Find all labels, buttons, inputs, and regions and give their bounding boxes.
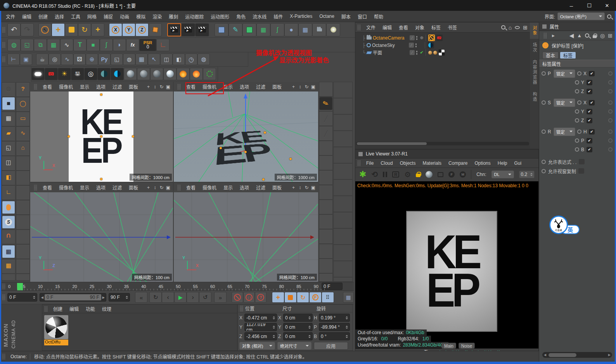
search-icon[interactable]: [585, 33, 589, 38]
axis-workplane-button[interactable]: ∟: [156, 39, 170, 51]
eye-icon[interactable]: [515, 26, 520, 29]
home-icon[interactable]: ⌂: [509, 24, 512, 31]
py-checkbox[interactable]: ✔: [587, 80, 592, 85]
points-mode-icon[interactable]: ◱: [2, 144, 15, 151]
view-move-icon[interactable]: +: [290, 84, 297, 90]
r-mode-select[interactable]: 锁定: [554, 128, 575, 136]
viewport-menu-item[interactable]: 选项: [93, 184, 109, 191]
om-menu-item[interactable]: 文件: [363, 24, 379, 31]
menu-item[interactable]: 窗口: [354, 13, 370, 20]
effector-button[interactable]: ↖: [148, 53, 160, 65]
globe-icon[interactable]: ◍: [2, 85, 15, 92]
workplane-rotate-icon[interactable]: ▦: [2, 262, 15, 269]
octane-sky-tag[interactable]: [427, 42, 434, 48]
menu-item[interactable]: 捕捉: [100, 13, 116, 20]
viewport-menu-item[interactable]: 查看: [183, 184, 199, 191]
add-array-button[interactable]: ▦: [256, 23, 270, 36]
tab-takes[interactable]: 场次: [530, 40, 539, 56]
rotate-tool[interactable]: ↻: [78, 23, 91, 36]
dotted-sphere-button[interactable]: ◍: [197, 53, 210, 65]
view-move-icon[interactable]: +: [145, 84, 152, 90]
subdivide-button[interactable]: ◍: [7, 39, 21, 51]
ies-light-button[interactable]: IES: [71, 68, 84, 80]
menu-item[interactable]: 运动图形: [207, 13, 233, 20]
axis-mode-icon[interactable]: ∟: [2, 188, 15, 195]
viewport-perspective[interactable]: 查看摄像机显示选项过滤面板 + ↕ ↻ ▣ 透视视图 KEEP: [174, 82, 318, 182]
rb-checkbox[interactable]: ✔: [587, 147, 592, 152]
menu-item[interactable]: 角色: [233, 13, 249, 20]
close-button[interactable]: ✕: [598, 3, 616, 9]
lock-workplane-button[interactable]: ▦: [2, 245, 15, 258]
object-name[interactable]: OctaneCamera: [373, 35, 408, 41]
render-view-button[interactable]: [167, 23, 181, 36]
viewport-menu-item[interactable]: 显示: [76, 83, 93, 90]
px-checkbox[interactable]: ✔: [589, 71, 595, 76]
region-render-button[interactable]: R: [392, 171, 399, 178]
view-maximize-icon[interactable]: ▣: [165, 185, 171, 190]
octane-logo-icon[interactable]: ✱: [359, 169, 366, 179]
knife-tool-button[interactable]: ✎: [319, 97, 332, 110]
cluster-button[interactable]: ◍: [123, 53, 135, 65]
allow-viewport-copy-checkbox[interactable]: [578, 168, 584, 174]
sz-checkbox[interactable]: ✔: [587, 118, 592, 123]
menu-item[interactable]: 工具: [67, 13, 84, 20]
texture-tag[interactable]: [438, 49, 445, 56]
viewport-menu-item[interactable]: 查看: [39, 83, 55, 90]
picture-frame-icon[interactable]: [438, 172, 443, 177]
sweep-button[interactable]: ■: [87, 39, 100, 51]
specular-material-button[interactable]: [150, 68, 163, 80]
menu-item[interactable]: Octane: [316, 14, 338, 19]
lv-menu-item[interactable]: Help: [494, 160, 511, 166]
render-queue-button[interactable]: ▦: [343, 292, 354, 303]
lasso-selection-icon[interactable]: ∿: [16, 129, 29, 136]
material-thumbnail[interactable]: [44, 315, 68, 339]
swirl-deform-button[interactable]: ʃ: [100, 39, 113, 51]
om-menu-item[interactable]: 查看: [395, 24, 412, 31]
autokey-button[interactable]: ( ): [243, 292, 255, 303]
end-frame-field[interactable]: 90 F: [109, 293, 130, 302]
last-tool[interactable]: +: [91, 23, 104, 36]
material-menu-item[interactable]: 纹理: [99, 305, 115, 312]
lv-menu-item[interactable]: Gui: [510, 160, 525, 166]
object-name[interactable]: OctaneSky: [372, 43, 408, 48]
focus-picker-icon[interactable]: F: [448, 171, 455, 178]
undo-button[interactable]: ↶: [7, 23, 21, 36]
protection-tag[interactable]: [428, 35, 435, 41]
rotation-field[interactable]: 0 °: [319, 332, 350, 340]
octane-environment-button[interactable]: [97, 68, 111, 80]
tab-basic[interactable]: 基本: [542, 52, 559, 59]
view-pan-icon[interactable]: ↕: [297, 185, 303, 190]
track-icon[interactable]: ◎: [600, 33, 605, 39]
viewport-right-view[interactable]: 查看摄像机显示选项过滤面板 + ↕ ↻ ▣ 右视图: [30, 183, 173, 282]
viewport-camera[interactable]: 查看摄像机显示选项过滤面板 + ↕ ↻ ▣ 透视视图 KEEP YX 网格间距：…: [30, 82, 173, 182]
play-button[interactable]: ▶: [174, 292, 187, 303]
enable-toggle[interactable]: ∕: [410, 50, 415, 55]
view-rotate-icon[interactable]: ↻: [158, 84, 165, 90]
instance-button[interactable]: ◱: [21, 39, 34, 51]
polygons-mode-icon[interactable]: ◧: [2, 174, 15, 181]
python-button[interactable]: Py: [98, 53, 111, 65]
key-rotation-button[interactable]: ↻: [297, 292, 309, 303]
connector-button[interactable]: ◧: [173, 53, 185, 65]
size-field[interactable]: 0 cm: [283, 332, 313, 340]
view-rotate-icon[interactable]: ↻: [158, 185, 165, 190]
toolbar-grip[interactable]: [2, 42, 5, 48]
viewport-menu-item[interactable]: 选项: [236, 83, 253, 90]
viewport-menu-item[interactable]: 过滤: [109, 83, 125, 90]
scatter-button[interactable]: [203, 68, 216, 80]
lv-menu-item[interactable]: Materials: [419, 160, 445, 166]
viewport-menu-item[interactable]: 查看: [39, 184, 55, 191]
sun-light-button[interactable]: ☀: [58, 68, 71, 80]
viewport-menu-item[interactable]: 显示: [76, 184, 93, 191]
material-name-label[interactable]: OctDiffu: [44, 340, 68, 345]
area-light-button[interactable]: [31, 68, 45, 80]
material-menu-item[interactable]: 创建: [50, 305, 66, 312]
tab-objects[interactable]: 对象: [530, 22, 539, 39]
channel-select[interactable]: DL: [491, 171, 514, 178]
view-maximize-icon[interactable]: ▣: [310, 84, 317, 90]
view-move-icon[interactable]: +: [145, 185, 152, 190]
menu-item[interactable]: 选择: [51, 13, 67, 20]
attr-hscrollbar[interactable]: ◀ ▶: [542, 352, 612, 358]
texture-mode-icon[interactable]: ▦: [2, 115, 15, 122]
render-picture-viewer-button[interactable]: [181, 23, 195, 36]
